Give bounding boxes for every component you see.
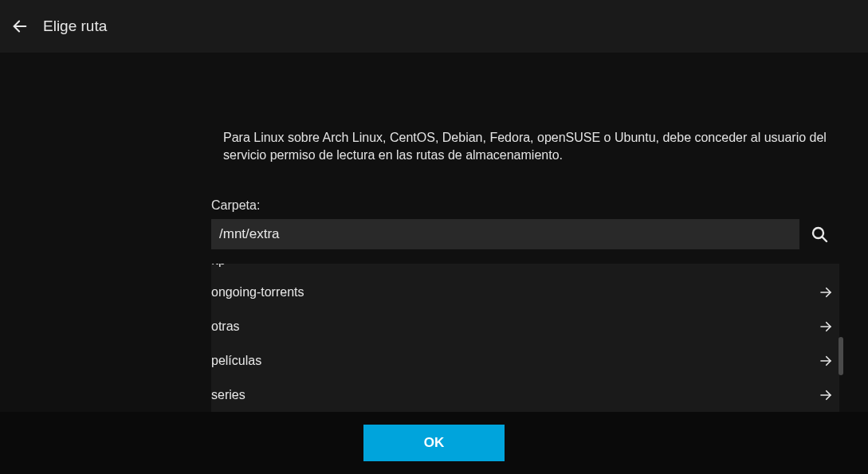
folder-field-section: Carpeta: bbox=[211, 198, 868, 249]
page-title: Elige ruta bbox=[43, 18, 107, 35]
folder-list-inner[interactable]: ftp ongoing-torrents otras bbox=[211, 264, 839, 412]
folder-list: ftp ongoing-torrents otras bbox=[211, 264, 868, 412]
list-item[interactable]: otras bbox=[211, 309, 839, 343]
list-item-label: otras bbox=[211, 319, 240, 334]
folder-label: Carpeta: bbox=[211, 198, 844, 213]
list-item[interactable]: series bbox=[211, 378, 839, 412]
arrow-right-icon bbox=[819, 388, 833, 402]
list-item-label: ftp bbox=[211, 264, 226, 264]
back-button[interactable] bbox=[8, 14, 32, 38]
arrow-right-icon bbox=[819, 319, 833, 334]
footer: OK bbox=[0, 412, 868, 474]
arrow-right-icon bbox=[819, 354, 833, 368]
path-row bbox=[211, 219, 844, 249]
list-item[interactable]: ongoing-torrents bbox=[211, 275, 839, 309]
header: Elige ruta bbox=[0, 0, 868, 53]
ok-button[interactable]: OK bbox=[363, 425, 505, 461]
content: Para Linux sobre Arch Linux, CentOS, Deb… bbox=[0, 53, 868, 412]
list-item-label: series bbox=[211, 388, 245, 402]
list-item[interactable]: películas bbox=[211, 343, 839, 378]
folder-path-input[interactable] bbox=[211, 219, 799, 249]
info-text: Para Linux sobre Arch Linux, CentOS, Deb… bbox=[211, 53, 865, 163]
arrow-left-icon bbox=[11, 18, 29, 35]
search-icon bbox=[810, 225, 829, 244]
svg-line-2 bbox=[822, 237, 827, 241]
search-button[interactable] bbox=[809, 224, 830, 245]
list-item-label: ongoing-torrents bbox=[211, 285, 304, 300]
arrow-right-icon bbox=[819, 285, 833, 300]
scrollbar-thumb[interactable] bbox=[839, 337, 843, 375]
list-item[interactable]: ftp bbox=[211, 264, 839, 275]
list-item-label: películas bbox=[211, 354, 261, 368]
